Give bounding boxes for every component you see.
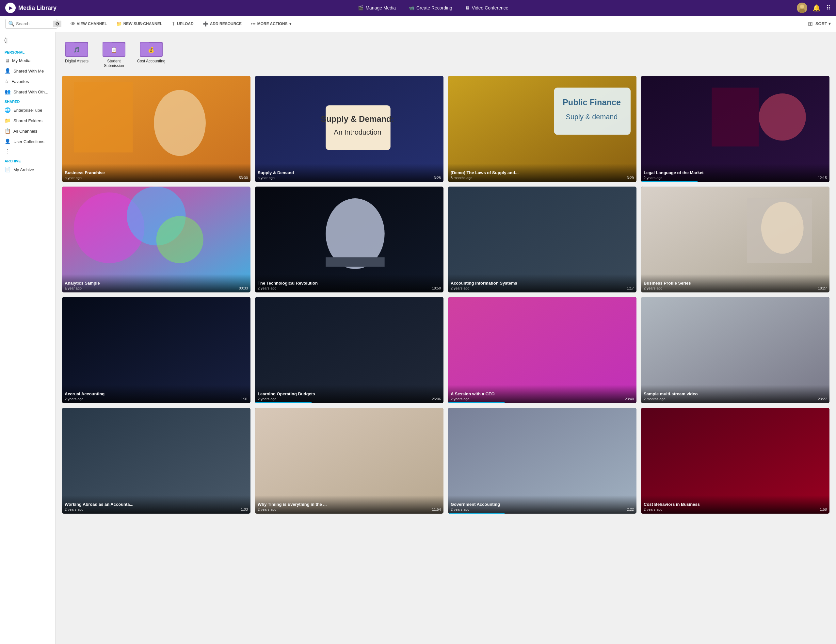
- sidebar-my-archive-label: My Archive: [13, 167, 34, 172]
- video-card-sample-multistream[interactable]: Sample multi-stream video 2 months ago 2…: [641, 297, 829, 403]
- video-overlay-demo-laws-supply: [Demo] The Laws of Supply and... 8 month…: [448, 164, 637, 182]
- archive-section-title: ARCHIVE: [0, 157, 55, 164]
- sidebar-item-shared-with-me[interactable]: 👤 Shared With Me: [0, 66, 55, 76]
- video-conference-icon: 🖥: [465, 5, 470, 10]
- video-duration-business-franchise: 53:00: [239, 176, 248, 180]
- svg-text:An Introduction: An Introduction: [334, 128, 381, 136]
- sidebar-item-my-media[interactable]: 🖥 My Media: [0, 56, 55, 66]
- video-age-why-timing: 2 years ago: [258, 507, 276, 512]
- video-conference-label: Video Conference: [472, 5, 508, 10]
- video-title-cost-behaviors: Cost Behaviors in Business: [644, 502, 827, 507]
- sidebar-item-shared-with-others[interactable]: 👥 Shared With Oth...: [0, 87, 55, 97]
- video-duration-business-profile-series: 18:27: [818, 286, 827, 290]
- manage-media-link[interactable]: 🎬 Manage Media: [351, 0, 402, 16]
- favorites-icon: ☆: [5, 78, 9, 84]
- video-age-learning-operating-budgets: 2 years ago: [258, 397, 276, 401]
- sidebar-more-button[interactable]: ⋮: [0, 147, 55, 157]
- svg-rect-35: [326, 257, 384, 266]
- add-resource-button[interactable]: ➕ ADD RESOURCE: [199, 19, 246, 28]
- folder-cost-accounting[interactable]: 💰 Cost Accounting: [137, 39, 166, 68]
- video-meta-analytics-sample: a year ago 00:33: [65, 286, 248, 290]
- video-meta-accounting-info-systems: 2 years ago 1:17: [451, 286, 634, 290]
- logo-icon: ▶: [5, 3, 16, 13]
- video-progress-learning-operating-budgets: [255, 402, 312, 403]
- video-card-analytics-sample[interactable]: Analytics Sample a year ago 00:33: [62, 186, 250, 293]
- video-card-supply-demand[interactable]: Supply & Demand: An Introduction Supply …: [255, 76, 444, 182]
- sidebar-item-enterprise-tube[interactable]: 🌐 EnterpriseTube: [0, 105, 55, 115]
- sidebar-item-favorites[interactable]: ☆ Favorites: [0, 76, 55, 87]
- video-card-technological-revolution[interactable]: The Technological Revolution 2 years ago…: [255, 186, 444, 293]
- svg-text:💰: 💰: [148, 47, 155, 53]
- video-title-government-accounting: Government Accounting: [451, 502, 634, 507]
- digital-assets-folder-icon: 🎵: [65, 39, 88, 57]
- video-overlay-technological-revolution: The Technological Revolution 2 years ago…: [255, 274, 444, 293]
- sidebar-item-my-archive[interactable]: 📄 My Archive: [0, 164, 55, 175]
- video-card-demo-laws-supply[interactable]: Public Finance Suply & demand [Demo] The…: [448, 76, 637, 182]
- more-actions-button[interactable]: ••• MORE ACTIONS ▾: [247, 19, 295, 28]
- video-card-accounting-info-systems[interactable]: Accounting Information Systems 2 years a…: [448, 186, 637, 293]
- svg-point-39: [761, 202, 804, 253]
- video-card-legal-language[interactable]: Legal Language of the Market 2 years ago…: [641, 76, 829, 182]
- sidebar-item-user-collections[interactable]: 👤 User Collections: [0, 136, 55, 147]
- video-age-business-franchise: a year ago: [65, 176, 82, 180]
- video-progress-session-with-ceo: [448, 402, 505, 403]
- search-settings-button[interactable]: ⚙: [53, 21, 61, 27]
- video-overlay-accounting-info-systems: Accounting Information Systems 2 years a…: [448, 274, 637, 293]
- svg-point-27: [759, 93, 806, 141]
- apps-grid-icon[interactable]: ⠿: [826, 4, 831, 12]
- video-duration-learning-operating-budgets: 25:06: [432, 397, 441, 401]
- new-sub-channel-button[interactable]: 📁 NEW SUB-CHANNEL: [112, 19, 166, 28]
- video-overlay-working-abroad: Working Abroad as an Accounta... 2 years…: [62, 495, 250, 514]
- video-card-government-accounting[interactable]: Government Accounting 2 years ago 2:22: [448, 408, 637, 514]
- search-icon: 🔍: [8, 21, 15, 27]
- notifications-icon[interactable]: 🔔: [813, 4, 821, 12]
- sidebar-collapse-button[interactable]: ⟨|: [0, 35, 12, 45]
- video-card-accrual-accounting[interactable]: Accrual Accounting 2 years ago 1:31: [62, 297, 250, 403]
- video-card-business-profile-series[interactable]: Business Profile Series 2 years ago 18:2…: [641, 186, 829, 293]
- video-overlay-business-profile-series: Business Profile Series 2 years ago 18:2…: [641, 274, 829, 293]
- videos-grid: Business Franchise a year ago 53:00 Supp…: [62, 76, 829, 514]
- cost-accounting-folder-icon: 💰: [140, 39, 163, 57]
- my-archive-icon: 📄: [5, 167, 11, 173]
- view-channel-label: VIEW CHANNEL: [77, 21, 107, 26]
- video-meta-working-abroad: 2 years ago 1:03: [65, 507, 248, 512]
- toolbar-right: ⊞ SORT ▾: [808, 20, 831, 28]
- sort-button[interactable]: SORT ▾: [815, 21, 831, 26]
- video-card-learning-operating-budgets[interactable]: Learning Operating Budgets 2 years ago 2…: [255, 297, 444, 403]
- video-card-why-timing[interactable]: Why Timing is Everything in the ... 2 ye…: [255, 408, 444, 514]
- sort-chevron-icon: ▾: [828, 21, 831, 26]
- video-card-business-franchise[interactable]: Business Franchise a year ago 53:00: [62, 76, 250, 182]
- svg-text:Suply & demand: Suply & demand: [566, 113, 618, 121]
- sidebar-shared-with-me-label: Shared With Me: [13, 69, 44, 74]
- svg-rect-28: [712, 88, 759, 146]
- upload-label: UPLOAD: [177, 21, 194, 26]
- sidebar-user-collections-label: User Collections: [13, 139, 44, 144]
- content-area: 🎵 Digital Assets 📋 Student Submission: [56, 32, 836, 644]
- search-box[interactable]: 🔍 ⚙: [5, 19, 57, 29]
- upload-button[interactable]: ⬆ UPLOAD: [168, 19, 198, 28]
- video-title-legal-language: Legal Language of the Market: [644, 170, 827, 175]
- grid-view-button[interactable]: ⊞: [808, 20, 813, 28]
- svg-rect-19: [326, 105, 390, 150]
- video-card-session-with-ceo[interactable]: A Session with a CEO 2 years ago 23:40: [448, 297, 637, 403]
- svg-point-1: [800, 5, 804, 8]
- video-title-business-profile-series: Business Profile Series: [644, 281, 827, 286]
- search-input[interactable]: [16, 21, 52, 26]
- video-title-session-with-ceo: A Session with a CEO: [451, 391, 634, 396]
- video-meta-session-with-ceo: 2 years ago 23:40: [451, 397, 634, 401]
- folder-digital-assets[interactable]: 🎵 Digital Assets: [62, 39, 91, 68]
- sidebar-item-shared-folders[interactable]: 📁 Shared Folders: [0, 115, 55, 126]
- view-channel-button[interactable]: 👁 VIEW CHANNEL: [67, 19, 111, 28]
- avatar[interactable]: [797, 3, 807, 13]
- video-conference-link[interactable]: 🖥 Video Conference: [459, 0, 515, 16]
- app-logo[interactable]: ▶ Media Library: [5, 3, 57, 13]
- folder-student-submission[interactable]: 📋 Student Submission: [99, 39, 129, 68]
- sidebar-item-all-channels[interactable]: 📋 All Channels: [0, 126, 55, 136]
- video-meta-learning-operating-budgets: 2 years ago 25:06: [258, 397, 441, 401]
- video-card-cost-behaviors[interactable]: Cost Behaviors in Business 2 years ago 1…: [641, 408, 829, 514]
- video-duration-government-accounting: 2:22: [627, 507, 634, 512]
- manage-media-label: Manage Media: [366, 5, 396, 10]
- create-recording-link[interactable]: 📹 Create Recording: [402, 0, 459, 16]
- more-actions-label: MORE ACTIONS: [257, 21, 288, 26]
- video-card-working-abroad[interactable]: Working Abroad as an Accounta... 2 years…: [62, 408, 250, 514]
